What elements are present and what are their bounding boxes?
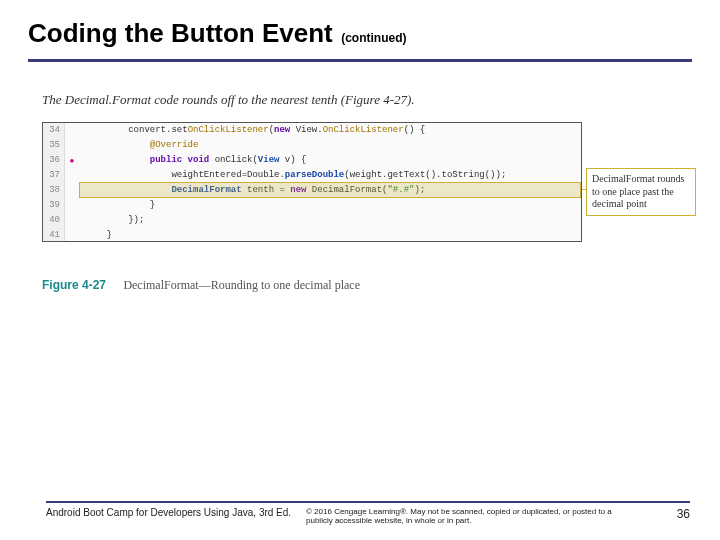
code-text: DecimalFormat tenth = new DecimalFormat(… xyxy=(79,183,581,198)
line-number: 39 xyxy=(43,198,65,213)
line-number: 38 xyxy=(43,183,65,198)
code-line: 40 }); xyxy=(43,213,581,228)
code-line: 41 } xyxy=(43,228,581,242)
code-editor: 34 convert.setOnClickListener(new View.O… xyxy=(42,122,582,242)
code-line: 38 DecimalFormat tenth = new DecimalForm… xyxy=(43,183,581,198)
code-text: convert.setOnClickListener(new View.OnCl… xyxy=(79,123,581,138)
figure-label: Figure 4-27 xyxy=(42,278,106,292)
figure-caption-text: DecimalFormat—Rounding to one decimal pl… xyxy=(123,278,360,292)
gutter-icon xyxy=(65,138,79,153)
footer-rule xyxy=(46,501,690,503)
gutter-icon xyxy=(65,198,79,213)
line-number: 41 xyxy=(43,228,65,242)
code-text: }); xyxy=(79,213,581,228)
line-number: 34 xyxy=(43,123,65,138)
intro-text: The Decimal.Format code rounds off to th… xyxy=(42,92,720,108)
callout-box: DecimalFormat rounds to one place past t… xyxy=(586,168,696,216)
page-number: 36 xyxy=(660,507,690,521)
code-line: 35 @Override xyxy=(43,138,581,153)
gutter-icon xyxy=(65,228,79,242)
code-line: 36● public void onClick(View v) { xyxy=(43,153,581,168)
code-text: } xyxy=(79,228,581,242)
continued-label: (continued) xyxy=(341,31,406,45)
line-number: 37 xyxy=(43,168,65,183)
slide-title: Coding the Button Event xyxy=(28,18,333,48)
gutter-icon: ● xyxy=(65,153,79,168)
code-text: @Override xyxy=(79,138,581,153)
callout-text: DecimalFormat rounds to one place past t… xyxy=(592,173,684,209)
code-text: public void onClick(View v) { xyxy=(79,153,581,168)
code-line: 39 } xyxy=(43,198,581,213)
code-text: weightEntered=Double.parseDouble(weight.… xyxy=(79,168,581,183)
book-title: Android Boot Camp for Developers Using J… xyxy=(46,507,306,518)
header-rule xyxy=(28,59,692,62)
footer: Android Boot Camp for Developers Using J… xyxy=(0,501,720,526)
code-text: } xyxy=(79,198,581,213)
gutter-icon xyxy=(65,213,79,228)
code-line: 34 convert.setOnClickListener(new View.O… xyxy=(43,123,581,138)
gutter-icon xyxy=(65,123,79,138)
copyright-text: © 2016 Cengage Learning®. May not be sca… xyxy=(306,507,660,526)
figure-area: 34 convert.setOnClickListener(new View.O… xyxy=(42,122,690,252)
gutter-icon xyxy=(65,183,79,198)
gutter-icon xyxy=(65,168,79,183)
line-number: 35 xyxy=(43,138,65,153)
slide-header: Coding the Button Event (continued) xyxy=(0,0,720,55)
line-number: 40 xyxy=(43,213,65,228)
figure-caption: Figure 4-27 DecimalFormat—Rounding to on… xyxy=(42,278,720,293)
code-line: 37 weightEntered=Double.parseDouble(weig… xyxy=(43,168,581,183)
line-number: 36 xyxy=(43,153,65,168)
